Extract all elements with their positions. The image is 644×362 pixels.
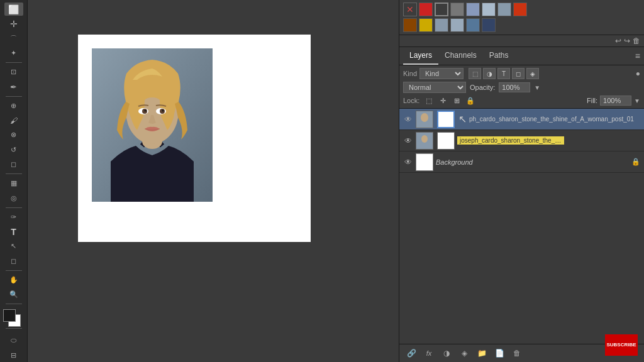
- swatch-gold[interactable]: [419, 18, 433, 32]
- magic-wand-tool[interactable]: ✦: [4, 47, 23, 60]
- filter-icons: ⬚ ◑ T ◻ ◈: [469, 68, 539, 79]
- svg-point-8: [162, 110, 164, 112]
- swatch-navy[interactable]: [466, 18, 480, 32]
- tab-layers[interactable]: Layers: [403, 47, 438, 65]
- layer-list: 👁 ↖ ph_cardo_sharon_stone_the_shine_of_A…: [399, 109, 644, 344]
- tab-paths[interactable]: Paths: [483, 47, 515, 65]
- filter-adjust-icon[interactable]: ◑: [483, 68, 496, 79]
- adjustment-btn[interactable]: ◈: [457, 347, 471, 359]
- no-color-swatch[interactable]: ✕: [403, 3, 417, 16]
- layer-2-mask: [437, 132, 455, 150]
- move-tool[interactable]: ✛: [4, 17, 23, 30]
- healing-tool[interactable]: ⊕: [4, 99, 23, 112]
- lock-all[interactable]: 🔒: [465, 96, 476, 106]
- link-layers-btn[interactable]: 🔗: [404, 347, 418, 359]
- lock-artboard[interactable]: ⊞: [451, 96, 462, 106]
- pen-tool[interactable]: ✑: [4, 211, 23, 224]
- blend-mode-dropdown[interactable]: Normal: [403, 82, 466, 93]
- crop-tool[interactable]: ⊡: [4, 65, 23, 79]
- trash-icon[interactable]: 🗑: [633, 36, 640, 45]
- background-layer-name: Background: [436, 158, 629, 166]
- layer-1-visibility[interactable]: 👁: [403, 114, 413, 124]
- right-panel: ✕ ↩ ↪ 🗑 Layers Channels Paths: [399, 0, 644, 362]
- swatch-gray[interactable]: [450, 3, 464, 16]
- shape-tool[interactable]: ◻: [4, 255, 23, 268]
- layer-item-background[interactable]: 👁 Background 🔒: [399, 151, 644, 173]
- quick-mask-tool[interactable]: ⬭: [4, 334, 23, 347]
- lock-label: Lock:: [403, 97, 419, 104]
- forward-icon[interactable]: ↪: [624, 36, 630, 45]
- layer-2-visibility[interactable]: 👁: [403, 136, 413, 146]
- group-btn[interactable]: 📁: [475, 347, 489, 359]
- marquee-tool[interactable]: ⬜: [4, 3, 23, 16]
- layer-2-name-editing[interactable]: joseph_cardo_sharon_stone_the_shine_of_a…: [457, 136, 564, 145]
- background-thumbnail: [416, 153, 433, 171]
- swatch-blue[interactable]: [466, 3, 480, 16]
- mask-btn[interactable]: ◑: [440, 347, 453, 359]
- delete-layer-btn[interactable]: 🗑: [510, 347, 524, 359]
- canvas-document: [78, 35, 311, 242]
- brush-tool[interactable]: 🖌: [4, 114, 23, 127]
- layer-item-2[interactable]: 👁 joseph_cardo_sharon_stone_the_shine_of…: [399, 130, 644, 151]
- divider7: [6, 328, 22, 329]
- foreground-color[interactable]: [3, 309, 16, 322]
- layers-panel: Layers Channels Paths ≡ Kind Kind ⬚ ◑ T …: [399, 47, 644, 362]
- opacity-value[interactable]: 100%: [499, 82, 530, 92]
- eyedropper-tool[interactable]: ✒: [4, 80, 23, 93]
- svg-point-10: [421, 113, 428, 122]
- swatch-slate2[interactable]: [450, 18, 464, 32]
- new-layer-btn[interactable]: 📄: [492, 347, 506, 359]
- swatch-row-2: [403, 18, 640, 32]
- blend-row: Normal Opacity: 100% ▼: [403, 82, 640, 93]
- filter-toggle[interactable]: ●: [636, 69, 640, 78]
- lock-checkerboard[interactable]: ⬚: [423, 96, 435, 106]
- svg-point-12: [421, 135, 428, 143]
- swatch-slate[interactable]: [435, 18, 448, 32]
- swatch-orange-red[interactable]: [513, 3, 527, 16]
- svg-point-7: [145, 110, 147, 112]
- clone-tool[interactable]: ⊗: [4, 128, 23, 141]
- divider1: [6, 62, 22, 63]
- lock-row: Lock: ⬚ ✛ ⊞ 🔒 Fill: 100% ▼: [403, 96, 640, 106]
- swatch-brown[interactable]: [403, 18, 417, 32]
- swatch-border[interactable]: [435, 3, 448, 16]
- filter-type-icon[interactable]: T: [497, 68, 510, 79]
- layer-2-thumbnail: [416, 132, 433, 150]
- fill-value[interactable]: 100%: [600, 96, 631, 106]
- swatch-muted[interactable]: [497, 3, 511, 16]
- swatch-lightblue[interactable]: [482, 3, 496, 16]
- screen-mode-tool[interactable]: ⊟: [4, 349, 23, 362]
- background-lock-icon: 🔒: [631, 158, 640, 166]
- opacity-label: Opacity:: [470, 84, 495, 91]
- filter-pixel-icon[interactable]: ⬚: [469, 68, 481, 79]
- subscribe-button[interactable]: SUBSCRIBE: [605, 334, 638, 356]
- background-visibility[interactable]: 👁: [403, 157, 413, 167]
- lock-move[interactable]: ✛: [437, 96, 448, 106]
- filter-smart-icon[interactable]: ◈: [526, 68, 539, 79]
- swatch-dark-navy[interactable]: [482, 18, 496, 32]
- panel-menu-icon[interactable]: ≡: [635, 51, 640, 61]
- history-tool[interactable]: ↺: [4, 143, 23, 156]
- path-selection-tool[interactable]: ↖: [4, 239, 23, 253]
- fill-arrow[interactable]: ▼: [634, 97, 640, 104]
- zoom-tool[interactable]: 🔍: [4, 288, 23, 301]
- divider4: [6, 207, 22, 208]
- swatch-row-1: ✕: [403, 3, 640, 16]
- rotate-icon[interactable]: ↩: [615, 36, 621, 45]
- opacity-arrow[interactable]: ▼: [534, 84, 540, 91]
- layer-1-name: ph_cardo_sharon_stone_the_shine_of_A_wom…: [469, 116, 640, 123]
- eraser-tool[interactable]: ◻: [4, 158, 23, 171]
- filter-dropdown[interactable]: Kind: [419, 68, 464, 79]
- hand-tool[interactable]: ✋: [4, 273, 23, 287]
- layer-item-1[interactable]: 👁 ↖ ph_cardo_sharon_stone_the_shine_of_A…: [399, 109, 644, 130]
- swatch-red[interactable]: [419, 3, 433, 16]
- lasso-tool[interactable]: ⌒: [4, 32, 23, 45]
- type-tool[interactable]: T: [4, 225, 23, 238]
- blur-tool[interactable]: ◎: [4, 191, 23, 204]
- fill-label: Fill:: [587, 97, 597, 104]
- fx-btn[interactable]: fx: [422, 347, 436, 359]
- color-picker[interactable]: [3, 309, 25, 326]
- filter-shape-icon[interactable]: ◻: [512, 68, 525, 79]
- tab-channels[interactable]: Channels: [438, 47, 483, 65]
- gradient-tool[interactable]: ▦: [4, 177, 23, 190]
